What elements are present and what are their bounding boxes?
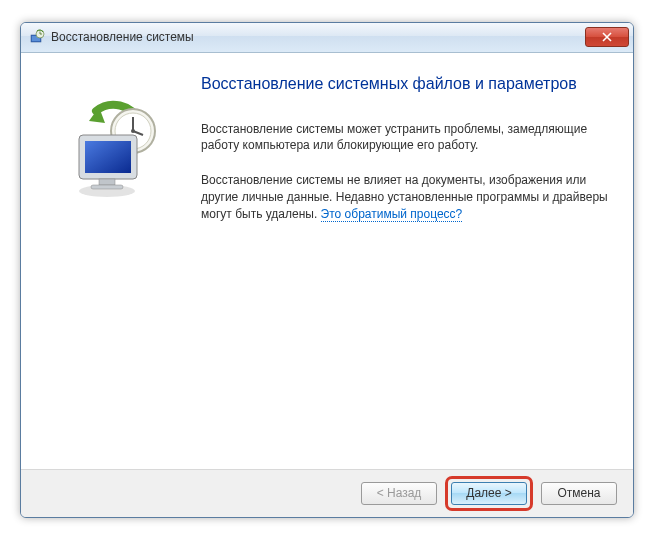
svg-rect-10: [85, 141, 131, 173]
description-paragraph-1: Восстановление системы может устранить п…: [201, 121, 613, 155]
window-title: Восстановление системы: [51, 30, 585, 44]
cancel-button[interactable]: Отмена: [541, 482, 617, 505]
svg-point-7: [131, 129, 135, 133]
page-heading: Восстановление системных файлов и параме…: [201, 75, 613, 93]
system-restore-graphic-icon: [61, 93, 171, 203]
description-paragraph-2: Восстановление системы не влияет на доку…: [201, 172, 613, 222]
close-button[interactable]: [585, 27, 629, 47]
close-icon: [602, 32, 612, 42]
svg-rect-13: [91, 185, 123, 189]
next-button-highlight: Далее >: [445, 476, 533, 511]
wizard-button-row: < Назад Далее > Отмена: [21, 469, 633, 517]
system-restore-window: Восстановление системы: [20, 22, 634, 518]
graphic-column: [41, 73, 191, 459]
text-column: Восстановление системных файлов и параме…: [191, 73, 613, 459]
content-area: Восстановление системных файлов и параме…: [21, 53, 633, 469]
reversible-process-link[interactable]: Это обратимый процесс?: [321, 207, 463, 222]
next-button[interactable]: Далее >: [451, 482, 527, 505]
system-restore-icon: [29, 29, 45, 45]
back-button: < Назад: [361, 482, 437, 505]
titlebar: Восстановление системы: [21, 23, 633, 53]
svg-rect-12: [99, 179, 115, 185]
